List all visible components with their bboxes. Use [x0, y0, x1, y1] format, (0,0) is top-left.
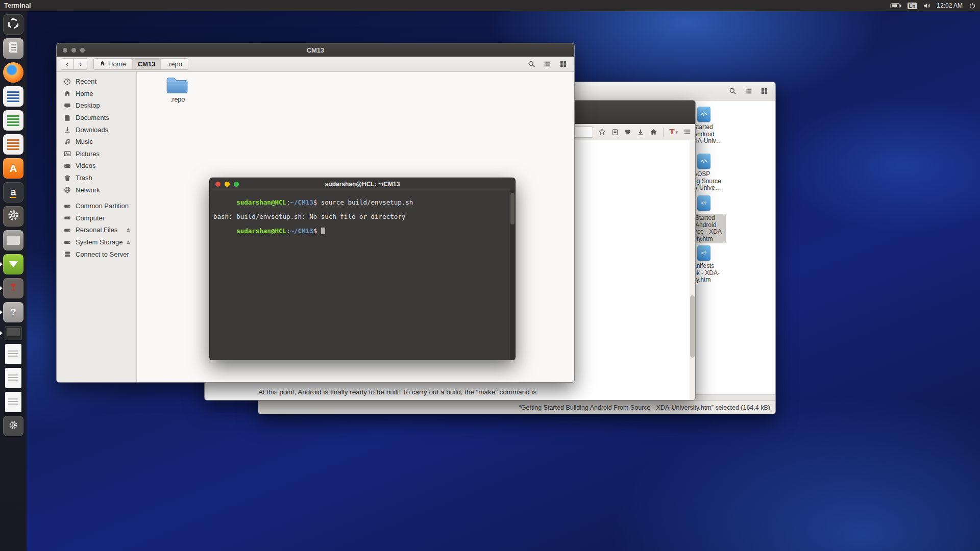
file-label: A-Unive… [693, 185, 742, 192]
scrollbar-thumb[interactable] [510, 193, 514, 224]
menu-icon[interactable] [683, 128, 691, 136]
html-file-icon: </> [697, 107, 710, 122]
launcher-libreoffice-writer[interactable] [0, 86, 27, 107]
launcher-document-3[interactable] [0, 392, 27, 412]
file-item[interactable]: <? anifests ok - XDA- ity.htm [693, 245, 742, 284]
search-icon[interactable] [726, 85, 740, 97]
sidebar-item-recent[interactable]: Recent [57, 76, 136, 88]
bookmark-star-icon[interactable] [598, 128, 606, 136]
sidebar-item-home[interactable]: Home [57, 88, 136, 100]
download-icon[interactable] [637, 129, 644, 136]
launcher-dash[interactable] [0, 14, 27, 35]
sidebar-item-desktop[interactable]: Desktop [57, 99, 136, 112]
toolbar-separator [663, 128, 664, 137]
clock[interactable]: 12:02 AM [937, 2, 963, 9]
breadcrumb-repo[interactable]: .repo [161, 58, 188, 70]
sidebar-item-documents[interactable]: Documents [57, 112, 136, 124]
window-titlebar[interactable]: sudarshan@HCL: ~/CM13 [210, 178, 515, 190]
launcher-firefox[interactable] [0, 62, 27, 83]
gear-icon [8, 420, 18, 432]
file-label: Started [693, 124, 742, 131]
launcher-terminal[interactable] [0, 326, 27, 340]
back-button[interactable]: ‹ [61, 58, 74, 70]
sidebar-item-system-storage[interactable]: System Storage [57, 236, 136, 248]
file-label: anifests [693, 263, 742, 270]
launcher-help[interactable]: ? [0, 302, 27, 322]
sidebar-item-music[interactable]: Music [57, 136, 136, 148]
launcher-document-2[interactable] [0, 368, 27, 388]
battery-icon[interactable] [890, 3, 901, 9]
search-icon[interactable] [525, 58, 538, 70]
sound-icon[interactable] [923, 2, 930, 9]
reading-list-icon[interactable] [611, 129, 619, 136]
eject-icon[interactable] [126, 239, 131, 245]
file-item[interactable]: </> AOSP ng Source A-Unive… [693, 154, 742, 192]
top-panel: Terminal En 12:02 AM [0, 0, 980, 11]
command-text: source build/envsetup.sh [321, 198, 413, 206]
sidebar-item-videos[interactable]: Videos [57, 160, 136, 172]
running-indicator [0, 310, 3, 314]
page-text: At this point, Android is finally ready … [258, 388, 536, 396]
breadcrumb-home[interactable]: Home [93, 58, 132, 70]
file-label: DA-Univ… [693, 138, 742, 145]
file-item-repo[interactable]: .repo [158, 76, 197, 103]
computer-icon [63, 214, 71, 222]
vertical-scrollbar[interactable] [510, 190, 515, 360]
home-icon[interactable] [650, 128, 657, 136]
sidebar-item-trash[interactable]: Trash [57, 172, 136, 184]
launcher-software-updater[interactable] [0, 254, 27, 274]
breadcrumb-cm13[interactable]: CM13 [132, 58, 162, 70]
launcher-amazon[interactable]: a [0, 182, 27, 203]
clock-icon [63, 78, 71, 86]
grid-view-icon[interactable] [757, 85, 771, 97]
writer-icon [7, 90, 19, 104]
list-view-icon[interactable] [742, 85, 755, 97]
launcher-wine[interactable] [0, 278, 27, 298]
window-title: CM13 [57, 46, 574, 54]
terminal-line: sudarshan@HCL:~/CM13$ source build/envse… [213, 192, 510, 213]
terminal-cursor [321, 228, 325, 234]
file-label: AOSP [693, 171, 742, 178]
sidebar-item-common-partition[interactable]: Common Partition [57, 200, 136, 212]
document-icon [63, 114, 71, 122]
launcher-session-settings[interactable] [0, 416, 27, 436]
eject-icon[interactable] [126, 227, 131, 233]
sidebar-item-computer[interactable]: Computer [57, 212, 136, 224]
scrollbar-thumb[interactable] [690, 295, 695, 358]
breadcrumb: Home CM13 .repo [93, 58, 188, 70]
file-label: ity.htm [693, 277, 742, 284]
amazon-icon: a [10, 187, 16, 198]
terminal-line: bash: build/envsetup.sh: No such file or… [213, 213, 510, 220]
home-icon [63, 89, 71, 97]
vertical-scrollbar[interactable] [690, 140, 695, 400]
sidebar-item-connect-to-server[interactable]: Connect to Server [57, 248, 136, 260]
launcher-software-center[interactable]: A [0, 158, 27, 179]
sidebar-item-personal-files[interactable]: Personal Files [57, 224, 136, 236]
pocket-icon[interactable] [624, 129, 631, 136]
file-label: Android [695, 222, 724, 229]
terminal-output[interactable]: sudarshan@HCL:~/CM13$ source build/envse… [210, 190, 510, 360]
sidebar-item-pictures[interactable]: Pictures [57, 148, 136, 160]
sidebar-item-network[interactable]: Network [57, 184, 136, 196]
launcher-files[interactable] [0, 38, 27, 59]
launcher-libreoffice-impress[interactable] [0, 134, 27, 155]
sidebar-item-downloads[interactable]: Downloads [57, 123, 136, 136]
launcher-system-settings[interactable] [0, 206, 27, 227]
launcher-libreoffice-calc[interactable] [0, 110, 27, 131]
power-icon[interactable] [969, 2, 976, 9]
list-view-icon[interactable] [541, 58, 554, 70]
window-titlebar[interactable]: CM13 [57, 43, 574, 57]
file-label: ok - XDA- [693, 270, 742, 277]
drive-icon [63, 226, 71, 234]
forward-button[interactable]: › [74, 58, 87, 70]
keyboard-language-indicator[interactable]: En [908, 3, 917, 9]
file-item-selected[interactable]: <? Started Android rce - XDA- ity.htm [693, 195, 742, 243]
text-tool-button[interactable]: T ▾ [669, 128, 678, 136]
launcher-screenshot[interactable] [0, 230, 27, 251]
chevron-down-icon: ▾ [675, 130, 678, 135]
wine-glass-icon [9, 283, 18, 294]
launcher-document-1[interactable] [0, 344, 27, 364]
file-item[interactable]: </> Started Android DA-Univ… [693, 107, 742, 145]
help-icon: ? [10, 307, 16, 318]
grid-view-icon[interactable] [556, 58, 570, 70]
